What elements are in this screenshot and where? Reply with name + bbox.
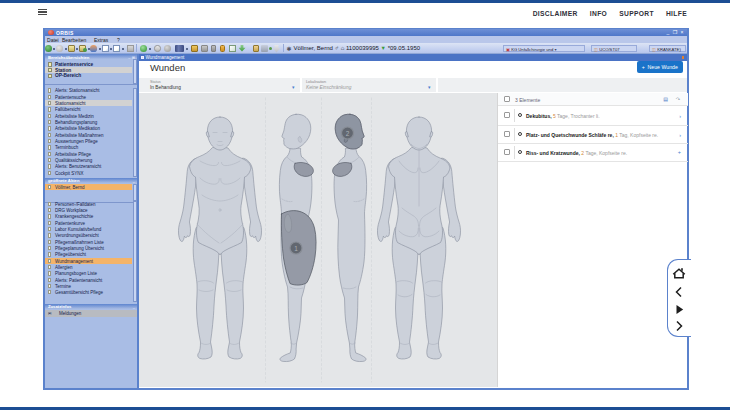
svg-text:1: 1 bbox=[294, 245, 298, 252]
svg-text:2: 2 bbox=[346, 130, 350, 137]
